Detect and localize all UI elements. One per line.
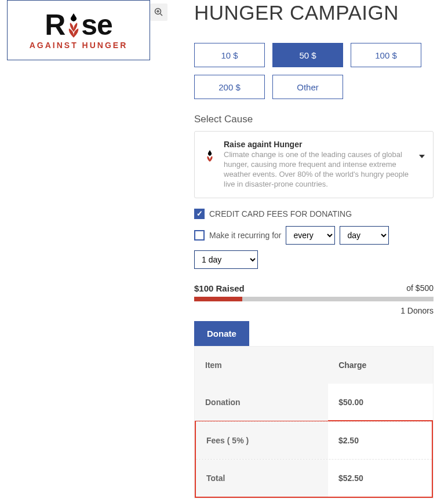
- cc-fees-checkbox[interactable]: [194, 209, 205, 219]
- duration-select[interactable]: 1 day: [194, 250, 258, 269]
- frequency-select[interactable]: every: [286, 226, 335, 245]
- breakdown-donation-label: Donation: [195, 384, 328, 421]
- amount-option-50[interactable]: 50 $: [272, 43, 343, 67]
- amount-option-100[interactable]: 100 $: [351, 43, 421, 67]
- zoom-button[interactable]: [150, 3, 167, 21]
- breakdown-fees-label: Fees ( 5% ): [196, 422, 328, 459]
- recurring-label: Make it recurring for: [209, 231, 281, 240]
- campaign-logo: R se AGAINST HUNGER: [7, 0, 150, 60]
- goal-amount-label: of $500: [406, 283, 434, 293]
- breakdown-fees-value: $2.50: [328, 422, 432, 459]
- raised-amount-label: $100 Raised: [194, 283, 245, 293]
- fees-total-highlight: Fees ( 5% ) $2.50 Total $52.50: [195, 420, 433, 498]
- recurring-checkbox[interactable]: [194, 230, 205, 241]
- cc-fees-label: CREDIT CARD FEES FOR DONATING: [209, 209, 352, 218]
- breakdown-header-charge: Charge: [328, 347, 433, 384]
- progress-fill: [194, 297, 242, 301]
- amount-options: 10 $ 50 $ 100 $ 200 $ Other: [194, 43, 434, 99]
- cause-icon: [203, 149, 217, 163]
- breakdown-total-label: Total: [196, 460, 328, 497]
- progress-bar: [194, 297, 434, 301]
- select-cause-label: Select Cause: [194, 114, 434, 125]
- page-title: HUNGER CAMPAIGN: [194, 1, 434, 24]
- breakdown-total-value: $52.50: [328, 460, 432, 497]
- amount-option-10[interactable]: 10 $: [194, 43, 265, 67]
- logo-tagline: AGAINST HUNGER: [30, 41, 128, 50]
- amount-option-other[interactable]: Other: [272, 75, 343, 99]
- zoom-icon: [154, 8, 163, 17]
- wheat-drop-icon: [64, 12, 83, 38]
- chevron-down-icon: [419, 155, 425, 158]
- breakdown-header-item: Item: [195, 347, 328, 384]
- cause-dropdown[interactable]: Raise againt Hunger Climate change is on…: [194, 131, 434, 198]
- amount-option-200[interactable]: 200 $: [194, 75, 265, 99]
- logo-letters-se: se: [81, 10, 112, 39]
- unit-select[interactable]: day: [340, 226, 389, 245]
- donate-tab[interactable]: Donate: [194, 321, 249, 346]
- logo-letter-r: R: [45, 10, 65, 39]
- donors-count: 1 Donors: [194, 306, 434, 315]
- svg-line-1: [161, 14, 163, 16]
- breakdown-donation-value: $50.00: [328, 384, 433, 421]
- cause-title: Raise againt Hunger: [224, 140, 410, 149]
- breakdown-table: Item Charge Donation $50.00 Fees ( 5% ) …: [194, 346, 434, 498]
- cause-description: Climate change is one of the leading cau…: [224, 150, 410, 190]
